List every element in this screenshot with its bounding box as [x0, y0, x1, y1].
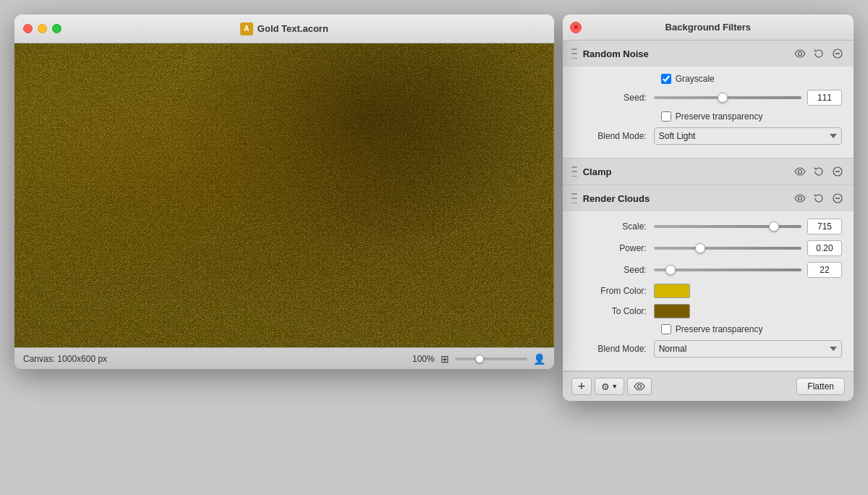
from-color-label: From Color: — [574, 286, 654, 296]
clamp-reset-icon[interactable] — [812, 164, 826, 179]
blend-mode-label-1: Blend Mode: — [574, 131, 654, 141]
seed-label: Seed: — [574, 93, 654, 103]
zoom-thumb[interactable] — [475, 355, 484, 363]
power-row: Power: — [574, 240, 842, 256]
seed-row: Seed: — [574, 90, 842, 106]
panel-title: Background Filters — [665, 22, 751, 33]
random-noise-reset-icon[interactable] — [812, 46, 826, 61]
seed-slider[interactable] — [654, 96, 801, 99]
clouds-seed-slider[interactable] — [654, 268, 801, 271]
preserve-transparency-row-1: Preserve transparency — [574, 111, 842, 122]
seed-input[interactable] — [807, 90, 842, 106]
eye-button[interactable] — [627, 378, 652, 395]
render-clouds-section: Render Clouds — [563, 185, 854, 371]
blend-mode-row-1: Blend Mode: Normal Multiply Screen Overl… — [574, 127, 842, 145]
svg-point-7 — [799, 197, 802, 200]
layers-icon[interactable]: 👤 — [533, 353, 545, 365]
gold-canvas[interactable] — [14, 43, 554, 347]
scale-row: Scale: — [574, 219, 842, 234]
svg-point-10 — [638, 385, 642, 389]
panel-titlebar: ✕ Background Filters — [563, 14, 854, 41]
footer-left: + ⚙ ▼ — [571, 378, 652, 395]
panel-close-button[interactable]: ✕ — [570, 22, 582, 33]
render-clouds-header: Render Clouds — [563, 185, 854, 211]
clouds-seed-label: Seed: — [574, 265, 654, 275]
window-title: Gold Text.acorn — [258, 23, 328, 34]
grayscale-row: Grayscale — [574, 74, 842, 84]
render-clouds-delete-icon[interactable] — [830, 191, 845, 206]
to-color-swatch[interactable] — [654, 304, 690, 318]
power-control — [654, 240, 842, 256]
power-thumb[interactable] — [695, 243, 705, 253]
random-noise-label: Random Noise — [583, 48, 793, 59]
render-clouds-body: Scale: Power: — [563, 211, 854, 371]
zoom-slider[interactable] — [455, 358, 527, 360]
clouds-seed-row: Seed: — [574, 262, 842, 278]
scale-label: Scale: — [574, 221, 654, 232]
drag-handle-random-noise[interactable] — [571, 48, 577, 59]
background-filters-panel: ✕ Background Filters Random Noise — [563, 14, 854, 401]
svg-point-1 — [799, 52, 802, 56]
scale-thumb[interactable] — [769, 221, 779, 232]
render-clouds-label: Render Clouds — [583, 193, 793, 204]
power-input[interactable] — [807, 240, 842, 256]
random-noise-visibility-icon[interactable] — [793, 46, 807, 61]
clamp-header: Clamp — [563, 158, 854, 185]
scale-slider[interactable] — [654, 225, 801, 228]
clamp-visibility-icon[interactable] — [793, 164, 807, 179]
window-title-area: A Gold Text.acorn — [240, 22, 328, 35]
clouds-seed-input[interactable] — [807, 262, 842, 278]
scale-control — [654, 219, 842, 234]
add-filter-button[interactable]: + — [571, 378, 592, 395]
eye-icon — [634, 382, 645, 391]
canvas-area[interactable] — [14, 43, 554, 347]
seed-thumb[interactable] — [718, 93, 728, 103]
from-color-control — [654, 284, 842, 298]
from-color-swatch[interactable] — [654, 284, 690, 298]
gear-arrow-icon: ▼ — [611, 383, 618, 390]
render-clouds-visibility-icon[interactable] — [793, 191, 807, 206]
power-label: Power: — [574, 243, 654, 253]
app-icon: A — [240, 22, 253, 35]
render-clouds-reset-icon[interactable] — [812, 191, 826, 206]
close-button[interactable] — [23, 24, 33, 33]
svg-rect-0 — [14, 43, 554, 347]
drag-handle-clamp[interactable] — [571, 166, 577, 177]
blend-mode-select-2[interactable]: Normal Multiply Screen Overlay Soft Ligh… — [654, 340, 842, 358]
scale-input[interactable] — [807, 219, 842, 234]
statusbar-right: 100% ⊞ 👤 — [412, 353, 545, 365]
grayscale-label: Grayscale — [676, 74, 715, 84]
random-noise-header: Random Noise — [563, 41, 854, 67]
drag-handle-render-clouds[interactable] — [571, 193, 577, 203]
preserve-transparency-label-2: Preserve transparency — [676, 324, 763, 334]
blend-mode-control-1: Normal Multiply Screen Overlay Soft Ligh… — [654, 127, 842, 145]
gear-button[interactable]: ⚙ ▼ — [595, 378, 624, 395]
preserve-transparency-checkbox-2[interactable] — [661, 324, 671, 334]
zoom-fit-icon[interactable]: ⊞ — [441, 353, 449, 365]
main-window: A Gold Text.acorn Canvas: 1000x600 px 10… — [14, 14, 554, 369]
maximize-button[interactable] — [52, 24, 61, 33]
blend-mode-row-2: Blend Mode: Normal Multiply Screen Overl… — [574, 340, 842, 358]
gear-icon: ⚙ — [601, 381, 610, 392]
grayscale-checkbox[interactable] — [661, 74, 671, 84]
clouds-seed-thumb[interactable] — [665, 265, 676, 275]
to-color-label: To Color: — [574, 306, 654, 316]
from-color-row: From Color: — [574, 284, 842, 298]
blend-mode-control-2: Normal Multiply Screen Overlay Soft Ligh… — [654, 340, 842, 358]
preserve-transparency-checkbox-1[interactable] — [661, 111, 671, 122]
panel-footer: + ⚙ ▼ Flatten — [563, 371, 854, 401]
traffic-lights — [23, 24, 61, 33]
power-slider[interactable] — [654, 247, 801, 250]
statusbar: Canvas: 1000x600 px 100% ⊞ 👤 — [14, 347, 554, 369]
random-noise-section: Random Noise — [563, 41, 854, 158]
blend-mode-label-2: Blend Mode: — [574, 344, 654, 354]
blend-mode-select-1[interactable]: Normal Multiply Screen Overlay Soft Ligh… — [654, 127, 842, 145]
random-noise-delete-icon[interactable] — [830, 46, 845, 61]
seed-control — [654, 90, 842, 106]
clamp-delete-icon[interactable] — [830, 164, 845, 179]
preserve-transparency-label-1: Preserve transparency — [676, 111, 763, 122]
flatten-button[interactable]: Flatten — [796, 378, 845, 395]
random-noise-body: Grayscale Seed: Preserve transparency — [563, 67, 854, 158]
minimize-button[interactable] — [38, 24, 47, 33]
clamp-label: Clamp — [583, 166, 793, 177]
